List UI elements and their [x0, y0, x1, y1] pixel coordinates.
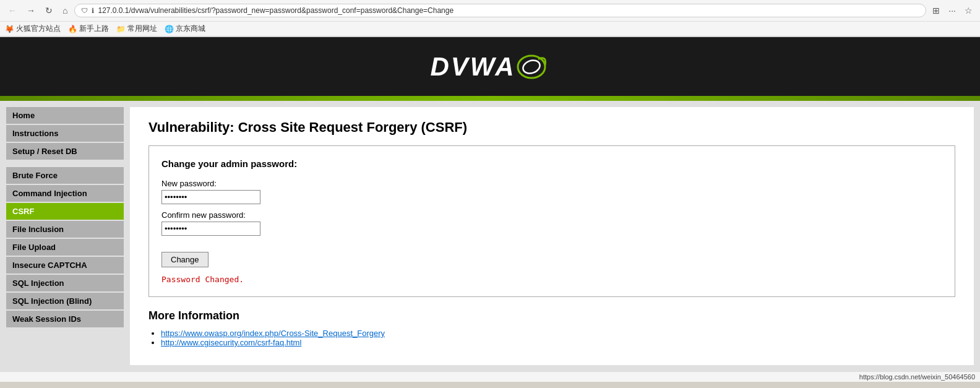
- security-icon: 🛡: [81, 7, 88, 14]
- green-bar: [0, 96, 980, 101]
- list-item: https://www.owasp.org/index.php/Cross-Si…: [161, 329, 955, 338]
- sidebar-item-command-injection[interactable]: Command Injection: [6, 185, 124, 202]
- bookmarks-bar: 🦊 火狐官方站点 🔥 新手上路 📁 常用网址 🌐 京东商城: [0, 22, 980, 37]
- sidebar-item-file-inclusion[interactable]: File Inclusion: [6, 221, 124, 238]
- svg-point-1: [521, 58, 541, 75]
- sidebar-item-weak-session[interactable]: Weak Session IDs: [6, 311, 124, 327]
- folder-icon: 📁: [116, 25, 126, 33]
- main-content: Vulnerability: Cross Site Request Forger…: [130, 107, 974, 365]
- confirm-password-label: Confirm new password:: [161, 210, 942, 220]
- sidebar-item-home[interactable]: Home: [6, 107, 124, 124]
- home-button[interactable]: ⌂: [59, 4, 71, 17]
- info-icon: ℹ: [92, 7, 94, 15]
- sidebar-item-sql-injection[interactable]: SQL Injection: [6, 275, 124, 291]
- forward-button[interactable]: →: [24, 4, 38, 17]
- browser-chrome: ← → ↻ ⌂ 🛡 ℹ 127.0.0.1/dvwa/vulnerabiliti…: [0, 0, 980, 37]
- fire-icon: 🔥: [68, 25, 77, 33]
- success-message: Password Changed.: [161, 275, 942, 284]
- dvwa-logo-text: DVWA: [431, 52, 516, 82]
- cgisecurity-link[interactable]: http://www.cgisecurity.com/csrf-faq.html: [161, 338, 301, 347]
- change-button[interactable]: Change: [161, 252, 208, 267]
- dvwa-header: DVWA: [0, 37, 980, 96]
- sidebar-item-insecure-captcha[interactable]: Insecure CAPTCHA: [6, 257, 124, 274]
- bookmark-label: 常用网址: [127, 24, 157, 34]
- sidebar-spacer: [6, 161, 124, 167]
- back-button[interactable]: ←: [5, 4, 20, 17]
- star-button[interactable]: ☆: [962, 4, 975, 17]
- sidebar-group-top: Home Instructions Setup / Reset DB: [6, 107, 124, 160]
- sidebar-item-file-upload[interactable]: File Upload: [6, 239, 124, 256]
- more-info-title: More Information: [148, 309, 955, 322]
- sidebar-item-brute-force[interactable]: Brute Force: [6, 167, 124, 184]
- bookmark-newbie[interactable]: 🔥 新手上路: [68, 24, 109, 34]
- sidebar-item-instructions[interactable]: Instructions: [6, 125, 124, 142]
- menu-button[interactable]: ···: [946, 4, 958, 17]
- browser-toolbar: ← → ↻ ⌂ 🛡 ℹ 127.0.0.1/dvwa/vulnerabiliti…: [0, 0, 980, 22]
- globe-icon: 🌐: [165, 25, 174, 33]
- bookmark-jd[interactable]: 🌐 京东商城: [165, 24, 205, 34]
- form-title: Change your admin password:: [161, 158, 942, 169]
- sidebar-group-main: Brute Force Command Injection CSRF File …: [6, 167, 124, 327]
- sidebar: Home Instructions Setup / Reset DB Brute…: [0, 101, 130, 371]
- list-item: http://www.cgisecurity.com/csrf-faq.html: [161, 338, 955, 347]
- page-wrapper: DVWA Home Instructions Setup / Reset DB …: [0, 37, 980, 371]
- confirm-password-field: Confirm new password:: [161, 210, 942, 236]
- sidebar-item-setup[interactable]: Setup / Reset DB: [6, 143, 124, 160]
- status-text: https://blog.csdn.net/weixin_50464560: [859, 373, 975, 381]
- bookmark-firefox[interactable]: 🦊 火狐官方站点: [5, 24, 61, 34]
- address-bar[interactable]: 🛡 ℹ 127.0.0.1/dvwa/vulnerabilities/csrf/…: [74, 4, 926, 17]
- page-title: Vulnerability: Cross Site Request Forger…: [148, 119, 955, 136]
- sidebar-item-csrf[interactable]: CSRF: [6, 203, 124, 220]
- bookmark-common[interactable]: 📁 常用网址: [116, 24, 157, 34]
- new-password-label: New password:: [161, 179, 942, 188]
- bookmark-label: 火狐官方站点: [16, 24, 61, 34]
- owasp-link[interactable]: https://www.owasp.org/index.php/Cross-Si…: [161, 329, 385, 338]
- bookmark-label: 新手上路: [79, 24, 109, 34]
- form-box: Change your admin password: New password…: [148, 145, 955, 297]
- url-text: 127.0.0.1/dvwa/vulnerabilities/csrf/?pas…: [98, 6, 919, 15]
- new-password-field: New password:: [161, 179, 942, 204]
- logo-container: DVWA: [431, 50, 550, 84]
- status-bar: https://blog.csdn.net/weixin_50464560: [0, 371, 980, 382]
- confirm-password-input[interactable]: [161, 222, 260, 236]
- qr-button[interactable]: ⊞: [930, 4, 942, 17]
- refresh-button[interactable]: ↻: [42, 4, 56, 17]
- content-area: Home Instructions Setup / Reset DB Brute…: [0, 101, 980, 371]
- new-password-input[interactable]: [161, 190, 260, 204]
- firefox-icon: 🦊: [5, 25, 14, 33]
- sidebar-item-sql-injection-blind[interactable]: SQL Injection (Blind): [6, 293, 124, 309]
- more-info-section: More Information https://www.owasp.org/i…: [148, 309, 955, 347]
- dvwa-logo-swirl: [513, 50, 550, 84]
- more-info-links: https://www.owasp.org/index.php/Cross-Si…: [148, 329, 955, 347]
- bookmark-label: 京东商城: [176, 24, 205, 34]
